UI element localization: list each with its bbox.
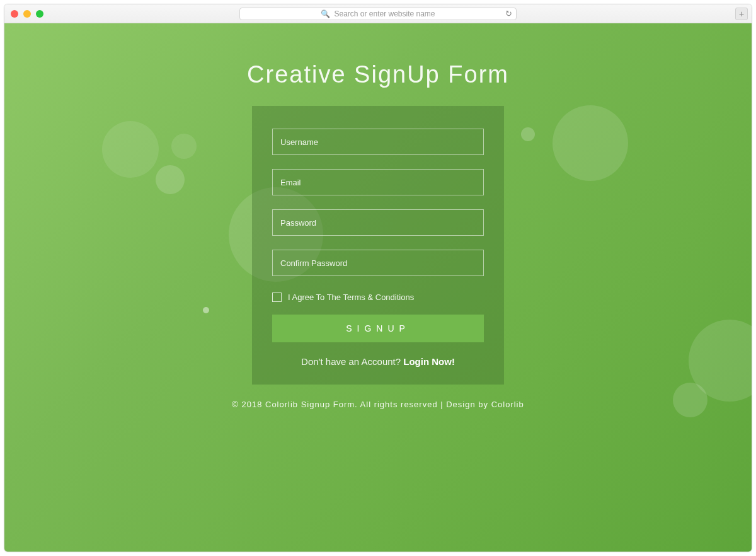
terms-row[interactable]: I Agree To The Terms & Conditions xyxy=(272,292,484,302)
decorative-circle xyxy=(102,121,159,178)
page-viewport: Creative SignUp Form I Agree To The Term… xyxy=(4,23,752,552)
email-input[interactable] xyxy=(272,169,484,195)
confirm-password-input[interactable] xyxy=(272,250,484,276)
login-prompt-text: Don't have an Account? xyxy=(301,356,403,367)
login-link[interactable]: Login Now! xyxy=(403,356,455,367)
username-input[interactable] xyxy=(272,129,484,155)
decorative-circle xyxy=(553,105,628,181)
decorative-circle xyxy=(156,165,185,194)
browser-window: 🔍 Search or enter website name ↻ + Creat… xyxy=(4,4,752,552)
decorative-circle xyxy=(171,134,197,159)
search-icon: 🔍 xyxy=(321,9,330,18)
address-bar[interactable]: 🔍 Search or enter website name ↻ xyxy=(239,8,517,20)
signup-card: I Agree To The Terms & Conditions SIGNUP… xyxy=(252,106,504,385)
reload-icon[interactable]: ↻ xyxy=(505,9,512,18)
signup-button[interactable]: SIGNUP xyxy=(272,315,484,342)
footer-text: © 2018 Colorlib Signup Form. All rights … xyxy=(4,400,752,409)
close-window-button[interactable] xyxy=(11,10,18,18)
decorative-circle xyxy=(203,307,209,313)
decorative-circle xyxy=(521,127,535,141)
minimize-window-button[interactable] xyxy=(23,10,31,18)
address-placeholder: Search or enter website name xyxy=(334,9,435,18)
password-input[interactable] xyxy=(272,209,484,236)
new-tab-button[interactable]: + xyxy=(735,8,748,20)
maximize-window-button[interactable] xyxy=(36,10,43,18)
login-prompt-row: Don't have an Account? Login Now! xyxy=(272,356,484,367)
terms-checkbox[interactable] xyxy=(272,292,282,302)
browser-titlebar: 🔍 Search or enter website name ↻ + xyxy=(4,4,752,23)
window-controls xyxy=(11,10,43,18)
terms-label: I Agree To The Terms & Conditions xyxy=(288,292,414,302)
page-title: Creative SignUp Form xyxy=(4,23,752,88)
